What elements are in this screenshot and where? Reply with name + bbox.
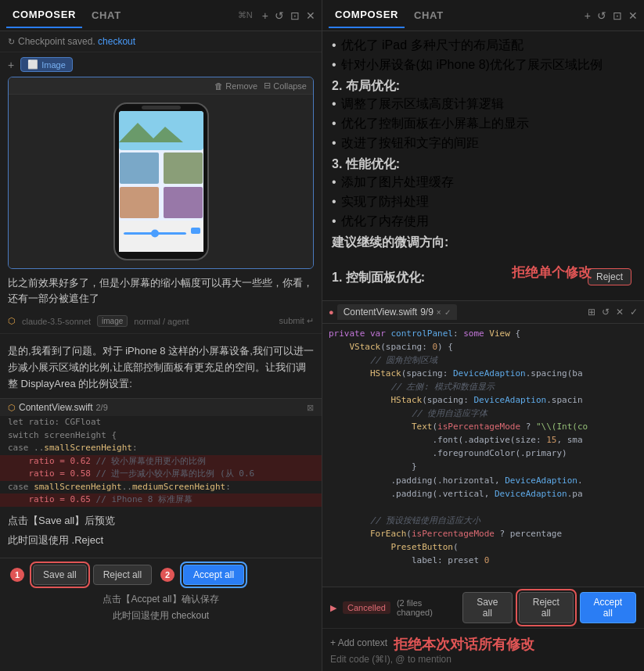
close-icon[interactable]: ✕ (306, 9, 315, 22)
image-attachment-bar: + ⬜ Image (0, 52, 322, 77)
reject-single-annotation: 拒绝单个修改 (512, 264, 592, 282)
annotation-section: 点击【Save all】后预览 此时回退使用 .Reject (0, 507, 322, 558)
annotation-line2-wrapper: 此时回退使用 .Reject (8, 533, 314, 549)
image-label: Image (41, 60, 66, 70)
close-editor-icon[interactable]: ✕ (616, 307, 624, 318)
right-footer: + Add context 拒绝本次对话所有修改 Edit code (⌘I),… (322, 628, 644, 671)
tab-composer-right[interactable]: COMPOSER (329, 2, 405, 28)
reject-all-button-right[interactable]: Reject all (519, 592, 574, 623)
editor-tab-check-icon: ✓ (444, 308, 451, 317)
svg-rect-13 (191, 228, 200, 234)
check-editor-icon[interactable]: ✓ (630, 307, 638, 318)
code-line-removed: ratio = 0.62 // 较小屏幕使用更小的比例 (0, 455, 322, 468)
code-line: private var controlPanel: some View { (322, 327, 644, 340)
editor-tab[interactable]: ContentView.swift 9/9 × ✓ (337, 304, 457, 320)
save-all-button-right[interactable]: Save all (462, 592, 513, 623)
copy-icon[interactable]: ⊞ (588, 307, 595, 318)
code-line: ForEach(isPercentageMode ? percentage (322, 527, 644, 540)
bullet-text: 针对小屏设备(如 iPhone 8)优化了展示区域比例 (341, 57, 603, 74)
add-attachment-button[interactable]: + (8, 59, 14, 71)
history-icon[interactable]: ↺ (275, 9, 284, 22)
bullet-item: • 针对小屏设备(如 iPhone 8)优化了展示区域比例 (332, 57, 635, 74)
expand-icon-right[interactable]: ⊡ (613, 9, 622, 22)
left-panel: COMPOSER CHAT ⌘N + ↺ ⊡ ✕ ↻ Checkpoint sa… (0, 0, 322, 671)
code-line-removed: ratio = 0.58 // 进一步减小较小屏幕的比例 (从 0.6 (0, 468, 322, 481)
code-line: PresetButton( (322, 540, 644, 554)
code-line: case smallScreenHeight..mediumScreenHeig… (0, 481, 322, 494)
annotation-line3: 点击【Accpet all】确认保存 (0, 591, 322, 608)
right-bottom-bar: ▶ Cancelled (2 files changed) Save all R… (322, 587, 644, 628)
annotation-line2: 此时回退使用 .Reject (8, 533, 103, 549)
code-line-removed: ratio = 0.65 // iPhone 8 标准屏幕 (0, 493, 322, 507)
cancelled-badge: Cancelled (343, 601, 390, 614)
tab-composer-left[interactable]: COMPOSER (6, 2, 82, 28)
bullet-item: • 实现了防抖处理 (332, 194, 635, 210)
left-header: COMPOSER CHAT ⌘N + ↺ ⊡ ✕ (0, 0, 322, 31)
section-1-label: 1. 控制面板优化: (332, 270, 425, 286)
code-line (322, 501, 644, 514)
submit-label[interactable]: submit ↵ (279, 316, 314, 326)
close-icon-right[interactable]: ✕ (628, 9, 638, 22)
add-icon-right[interactable]: + (585, 9, 591, 22)
add-icon[interactable]: + (262, 9, 268, 22)
add-context-button[interactable]: + Add context (330, 637, 387, 648)
editor-tab-badge: 9/9 (420, 307, 434, 318)
bullet-text: 实现了防抖处理 (341, 194, 429, 210)
remove-button[interactable]: 🗑 Remove (214, 81, 257, 91)
badge-2: 2 (160, 568, 174, 582)
svg-point-12 (151, 230, 159, 238)
reject-all-annotation: 拒绝本次对话所有修改 (394, 635, 534, 654)
right-header: COMPOSER CHAT + ↺ ⊡ ✕ (322, 0, 644, 31)
bullet-text: 调整了展示区域高度计算逻辑 (341, 96, 504, 113)
checkout-link[interactable]: checkout (95, 36, 135, 47)
bottom-actions: Save all Reject all Accept all (462, 592, 636, 623)
right-header-icons: + ↺ ⊡ ✕ (585, 9, 638, 22)
image-meta-tag: image (97, 315, 128, 327)
bullet-item: • 改进了按钮和文字的间距 (332, 135, 635, 152)
tab-chat-left[interactable]: CHAT (85, 3, 128, 27)
shortcut-label: ⌘N (238, 10, 253, 20)
left-header-icons: ⌘N + ↺ ⊡ ✕ (238, 9, 315, 22)
expand-file-icon[interactable]: ⊠ (307, 403, 314, 413)
history-icon-right[interactable]: ↺ (597, 9, 606, 22)
code-line: switch screenHeight { (0, 429, 322, 443)
mode-label: normal / agent (134, 317, 189, 326)
code-line: } (322, 460, 644, 473)
reject-all-button[interactable]: Reject all (93, 565, 152, 585)
code-line: HStack(spacing: DeviceAdaption.spacing(b… (322, 367, 644, 380)
right-content: • 优化了 iPad 多种尺寸的布局适配 • 针对小屏设备(如 iPhone 8… (322, 31, 644, 300)
collapse-button[interactable]: ⊟ Collapse (264, 81, 307, 91)
file-dot-icon: ● (329, 307, 334, 317)
bullet-item: • 优化了内存使用 (332, 214, 635, 230)
code-line: // 圆角控制区域 (322, 353, 644, 367)
svg-rect-14 (142, 106, 181, 109)
image-preview-container: 🗑 Remove ⊟ Collapse (8, 77, 314, 269)
collapse-icon: ⊟ (264, 81, 271, 91)
response-message: 是的,我看到了问题。对于 iPhone 8 这样的小屏幕设备,我们可以进一步减小… (0, 337, 322, 398)
code-line: .padding(.vertical, DeviceAdaption.pa (322, 487, 644, 501)
svg-rect-5 (164, 152, 203, 184)
footer-row: + Add context 拒绝本次对话所有修改 (330, 635, 636, 654)
chat-meta: ⬡ claude-3.5-sonnet image normal / agent… (0, 312, 322, 330)
editor-tab-close-icon[interactable]: × (437, 308, 441, 317)
tab-chat-right[interactable]: CHAT (408, 3, 450, 27)
accept-all-button[interactable]: Accept all (183, 565, 244, 585)
code-line: HStack(spacing: DeviceAdaption.spacin (322, 393, 644, 407)
image-tag[interactable]: ⬜ Image (20, 57, 73, 72)
code-line: // 预设按钮使用自适应大小 (322, 514, 644, 527)
save-all-button[interactable]: Save all (33, 565, 87, 585)
section-heading: 3. 性能优化: (332, 156, 635, 173)
model-icon: ⬡ (8, 316, 16, 326)
expand-icon[interactable]: ⊡ (290, 9, 300, 22)
accept-all-button-right[interactable]: Accept all (580, 592, 636, 623)
bullet-item: • 添加了图片处理缓存 (332, 174, 635, 191)
action-bar: 1 Save all Reject all 2 Accept all (0, 558, 322, 591)
code-line: Text(isPercentageMode ? "\\(Int(co (322, 420, 644, 433)
annotation-line4: 此时回退使用 checkout (0, 608, 322, 624)
phone-mockup-svg (99, 99, 224, 264)
reject-button[interactable]: Reject (588, 268, 631, 285)
refresh-icon[interactable]: ↺ (602, 307, 610, 318)
code-line: // 使用自适应字体 (322, 407, 644, 420)
code-line: VStack(spacing: 0) { (322, 340, 644, 353)
editor-icons: ⊞ ↺ ✕ ✓ (588, 307, 638, 318)
